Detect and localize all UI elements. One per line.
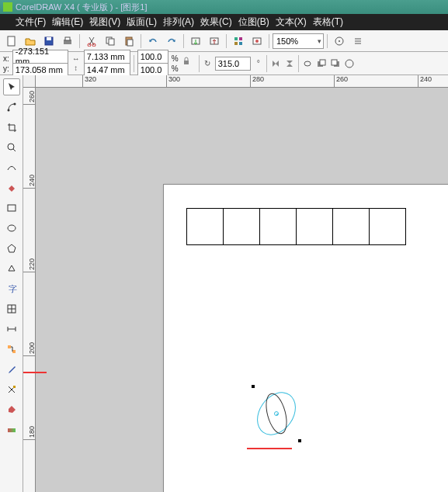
shape-tool[interactable] — [3, 99, 20, 116]
undo-button[interactable] — [144, 33, 161, 50]
interactive-fill-tool[interactable] — [3, 421, 20, 438]
svg-point-27 — [346, 60, 353, 68]
cut-button[interactable] — [83, 33, 100, 50]
x-field[interactable]: -273.151 mm — [12, 50, 68, 64]
property-bar: x: y: -273.151 mm 173.058 mm ↔ ↕ 7.133 m… — [0, 52, 448, 75]
fill-tool[interactable] — [3, 401, 20, 418]
pct1-label: % — [172, 54, 179, 64]
menu-file[interactable]: 文件(F) — [16, 16, 46, 29]
svg-rect-10 — [127, 40, 133, 46]
handle[interactable] — [252, 385, 255, 388]
cell — [369, 208, 406, 245]
main-area: 字 320300280260240 260240220200180 — [0, 75, 448, 492]
snapping-button[interactable] — [331, 33, 348, 50]
annotation-red-line-2 — [247, 448, 292, 449]
ellipse-tool[interactable] — [3, 220, 20, 237]
svg-rect-26 — [332, 60, 337, 65]
svg-rect-8 — [109, 39, 114, 45]
table-row-boxes — [187, 208, 406, 245]
menu-layout[interactable]: 版面(L) — [127, 16, 157, 29]
ruler-horizontal: 320300280260240 — [36, 75, 448, 88]
scale-x-field[interactable]: 100.0 — [137, 50, 168, 64]
svg-rect-13 — [234, 37, 238, 40]
connector-tool[interactable] — [3, 341, 20, 358]
app-icon — [3, 2, 12, 12]
export-button[interactable] — [206, 33, 223, 50]
svg-rect-2 — [47, 37, 51, 40]
x-label: x: — [3, 54, 9, 63]
eyedropper-tool[interactable] — [3, 361, 20, 378]
welcome-button[interactable] — [248, 33, 266, 50]
pct2-label: % — [172, 64, 179, 74]
handle[interactable] — [298, 439, 301, 442]
title-bar: CorelDRAW X4 ( 专业版 ) - [图形1] — [0, 0, 448, 14]
svg-rect-38 — [8, 428, 16, 432]
zoom-combo[interactable]: 150% — [273, 33, 324, 49]
rectangle-tool[interactable] — [3, 199, 20, 217]
options-button[interactable] — [349, 33, 366, 50]
redo-button[interactable] — [163, 33, 180, 50]
height-icon: ↕ — [71, 64, 81, 73]
menu-arrange[interactable]: 排列(A) — [163, 16, 194, 29]
svg-text:字: 字 — [9, 284, 17, 293]
menu-text[interactable]: 文本(X) — [276, 16, 307, 29]
pick-tool[interactable] — [3, 78, 20, 95]
svg-rect-16 — [239, 42, 242, 45]
menu-table[interactable]: 表格(T) — [313, 16, 343, 29]
polygon-tool[interactable] — [3, 240, 20, 257]
dimension-tool[interactable] — [3, 320, 20, 338]
page — [163, 184, 448, 492]
import-button[interactable] — [187, 33, 204, 50]
width-field[interactable]: 7.133 mm — [84, 50, 130, 64]
center-dot — [276, 414, 278, 415]
paste-button[interactable] — [120, 33, 137, 50]
svg-point-32 — [8, 225, 16, 231]
app-launcher-button[interactable] — [230, 33, 247, 50]
text-tool[interactable]: 字 — [3, 280, 20, 297]
svg-rect-36 — [12, 350, 16, 353]
svg-point-28 — [7, 109, 9, 112]
standard-toolbar: 150% — [0, 30, 448, 52]
zoom-tool[interactable] — [3, 139, 20, 156]
smart-fill-tool[interactable] — [3, 179, 20, 196]
zoom-value: 150% — [276, 36, 298, 46]
lock-ratio-button[interactable] — [182, 55, 196, 72]
cell — [186, 208, 224, 245]
svg-point-20 — [339, 40, 340, 42]
svg-point-18 — [255, 40, 259, 43]
annotation-red-line-1 — [23, 372, 47, 373]
to-back-button[interactable] — [330, 58, 341, 69]
svg-rect-37 — [13, 386, 16, 388]
crop-tool[interactable] — [3, 119, 20, 136]
table-tool[interactable] — [3, 300, 20, 317]
to-front-button[interactable] — [316, 58, 327, 69]
svg-rect-31 — [8, 205, 16, 211]
selected-object[interactable] — [253, 386, 300, 441]
toolbox: 字 — [0, 75, 23, 492]
copy-button[interactable] — [102, 33, 119, 50]
svg-rect-4 — [65, 37, 70, 40]
menu-view[interactable]: 视图(V) — [89, 16, 120, 29]
svg-rect-0 — [8, 36, 15, 46]
wrap-button[interactable] — [302, 58, 313, 69]
rotation-field[interactable]: 315.0 — [215, 57, 251, 71]
y-label: y: — [3, 64, 9, 73]
basic-shapes-tool[interactable] — [3, 260, 20, 277]
menu-effects[interactable]: 效果(C) — [200, 16, 232, 29]
freehand-tool[interactable] — [3, 159, 20, 176]
width-icon: ↔ — [71, 54, 81, 64]
cell — [259, 208, 297, 245]
convert-button[interactable] — [344, 58, 355, 69]
svg-point-29 — [13, 103, 16, 106]
rotate-icon: ↻ — [203, 59, 212, 68]
svg-rect-21 — [184, 61, 189, 64]
mirror-h-button[interactable] — [270, 58, 281, 69]
degree-label: ° — [254, 59, 263, 68]
cell — [296, 208, 333, 245]
outline-tool[interactable] — [3, 381, 20, 398]
mirror-v-button[interactable] — [284, 58, 295, 69]
ruler-corner — [23, 75, 36, 88]
menu-edit[interactable]: 编辑(E) — [52, 16, 83, 29]
canvas-area[interactable]: 320300280260240 260240220200180 — [23, 75, 448, 492]
menu-bitmap[interactable]: 位图(B) — [238, 16, 269, 29]
